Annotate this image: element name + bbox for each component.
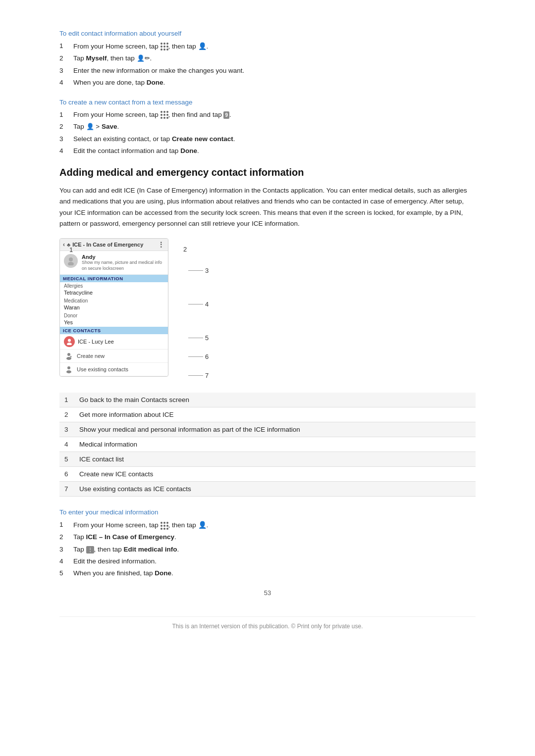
person-edit-icon: 👤✏ — [137, 54, 150, 62]
callout-line-6 — [188, 356, 203, 357]
ref-desc: Get more information about ICE — [74, 407, 476, 422]
step-text: From your Home screen, tap , then find a… — [73, 110, 476, 120]
copyright-text: This is an Internet version of this publ… — [172, 623, 363, 630]
step-num: 2 — [59, 53, 73, 63]
table-row: 2 Get more information about ICE — [59, 407, 476, 422]
use-existing-row: Use existing contacts — [60, 363, 168, 376]
ref-desc: Go back to the main Contacts screen — [74, 393, 476, 407]
step-text: Enter the new information or make the ch… — [73, 66, 476, 76]
step-num: 1 — [59, 520, 73, 530]
main-heading: Adding medical and emergency contact inf… — [59, 167, 476, 178]
callout-line-3 — [188, 270, 203, 271]
step-num: 3 — [59, 545, 73, 554]
page-number: 53 — [59, 589, 476, 597]
ref-desc: ICE contact list — [74, 452, 476, 467]
step-text: From your Home screen, tap , then tap 👤. — [73, 520, 476, 530]
step-text: Tap Myself, then tap 👤✏. — [73, 53, 476, 63]
avatar — [64, 254, 78, 268]
step-text: Select an existing contact, or tap Creat… — [73, 134, 476, 144]
contact-info: Andy Show my name, picture and medical i… — [82, 254, 164, 271]
ref-num: 4 — [59, 437, 74, 452]
step-item: 3 Enter the new information or make the … — [59, 66, 476, 76]
phone-mockup: ‹ ♣ ICE - In Case of Emergency ⋮ Andy Sh… — [59, 238, 168, 377]
medication-label: Medication — [60, 297, 168, 304]
phone-callout-area: ‹ ♣ ICE - In Case of Emergency ⋮ Andy Sh… — [59, 238, 476, 383]
callout-label-5: 5 — [205, 334, 209, 342]
medical-section-label: MEDICAL INFORMATION — [60, 275, 168, 282]
step-item: 1 From your Home screen, tap , then tap … — [59, 520, 476, 530]
edit-contact-heading: To edit contact information about yourse… — [59, 30, 476, 37]
table-row: 7 Use existing contacts as ICE contacts — [59, 482, 476, 497]
step-num: 3 — [59, 66, 73, 76]
person-icon: 👤 — [198, 42, 207, 50]
grid-dots-icon — [160, 43, 168, 50]
step-text: Edit the contact information and tap Don… — [73, 146, 476, 156]
step-text: When you are finished, tap Done. — [73, 568, 476, 578]
table-row: 5 ICE contact list — [59, 452, 476, 467]
step-num: 2 — [59, 532, 73, 542]
callout-line-5 — [188, 338, 203, 338]
ice-contact-name: ICE - Lucy Lee — [78, 339, 114, 345]
ref-desc: Create new ICE contacts — [74, 467, 476, 482]
ice-contact-row: ICE - Lucy Lee — [60, 334, 168, 350]
step-text: When you are done, tap Done. — [73, 78, 476, 88]
medical-info-heading: To enter your medical information — [59, 508, 476, 516]
svg-point-2 — [68, 339, 71, 342]
callout-3-area: 3 — [188, 263, 209, 278]
ref-desc: Show your medical and personal informati… — [74, 422, 476, 437]
step-num: 4 — [59, 146, 73, 156]
step-text: Tap ICE – In Case of Emergency. — [73, 532, 476, 542]
callout-5-area: 5 — [188, 330, 209, 345]
create-new-row: Create new — [60, 350, 168, 363]
svg-point-4 — [67, 353, 70, 356]
callout-line-7 — [188, 375, 203, 376]
ref-num: 5 — [59, 452, 74, 467]
svg-point-9 — [66, 370, 71, 373]
person-icon: 👤 — [86, 123, 94, 130]
grid-dots-icon — [160, 521, 168, 529]
create-contact-section: To create a new contact from a text mess… — [59, 99, 476, 156]
callout-num-1: 1 — [69, 246, 90, 253]
ice-avatar — [64, 336, 75, 347]
step-num: 5 — [59, 568, 73, 578]
ref-num: 2 — [59, 407, 74, 422]
step-item: 4 When you are done, tap Done. — [59, 78, 476, 88]
allergy-value: Tetracycline — [60, 290, 168, 297]
donor-label: Donor — [60, 312, 168, 319]
svg-rect-7 — [71, 356, 71, 358]
svg-point-3 — [67, 343, 72, 345]
step-item: 4 Edit the contact information and tap D… — [59, 146, 476, 156]
adding-medical-section: Adding medical and emergency contact inf… — [59, 167, 476, 229]
callout-4-area: 4 — [188, 297, 209, 311]
contact-row: Andy Show my name, picture and medical i… — [60, 251, 168, 275]
step-num: 1 — [59, 110, 73, 120]
ref-num: 6 — [59, 467, 74, 482]
step-item: 3 Tap ⋮, then tap Edit medical info. — [59, 545, 476, 554]
footer: This is an Internet version of this publ… — [59, 616, 476, 630]
step-text: Edit the desired information. — [73, 556, 476, 566]
step-text: Tap 👤 > Save. — [73, 122, 476, 132]
create-contact-heading: To create a new contact from a text mess… — [59, 99, 476, 106]
step-num: 4 — [59, 556, 73, 566]
back-icon: ‹ — [63, 241, 65, 248]
allergy-label: Allergies — [60, 282, 168, 290]
callout-6-area: 6 — [188, 349, 209, 364]
step-item: 5 When you are finished, tap Done. — [59, 568, 476, 578]
table-row: 1 Go back to the main Contacts screen — [59, 393, 476, 407]
callout-label-7: 7 — [205, 372, 209, 379]
callout-line-4 — [188, 304, 203, 304]
create-new-icon — [64, 351, 74, 361]
medical-info-section: To enter your medical information 1 From… — [59, 508, 476, 578]
use-existing-text: Use existing contacts — [77, 366, 128, 372]
step-item: 2 Tap Myself, then tap 👤✏. — [59, 53, 476, 63]
ref-num: 1 — [59, 393, 74, 407]
step-item: 4 Edit the desired information. — [59, 556, 476, 566]
edit-contact-steps: 1 From your Home screen, tap , then tap … — [59, 41, 476, 88]
step-num: 3 — [59, 134, 73, 144]
svg-point-1 — [68, 262, 74, 265]
step-text: Tap ⋮, then tap Edit medical info. — [73, 545, 476, 554]
edit-contact-section: To edit contact information about yourse… — [59, 30, 476, 88]
step-num: 2 — [59, 122, 73, 132]
more-options-icon: ⋮ — [158, 241, 165, 249]
svg-point-0 — [69, 257, 73, 261]
